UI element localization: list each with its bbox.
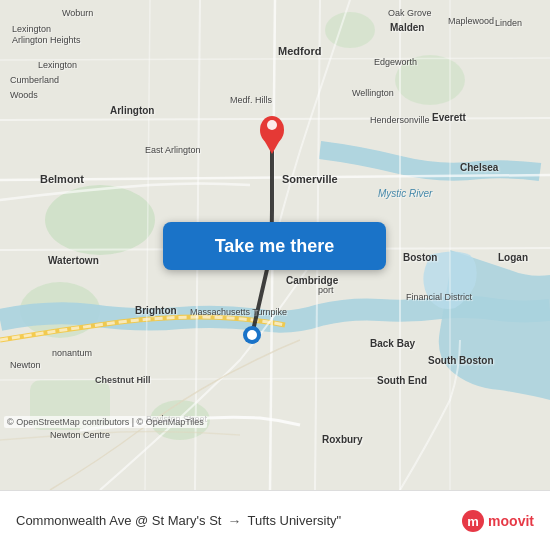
svg-point-5 bbox=[395, 55, 465, 105]
moovit-logo: m moovit bbox=[462, 510, 534, 532]
route-row: Commonwealth Ave @ St Mary's St → Tufts … bbox=[16, 513, 454, 529]
bottom-bar: Commonwealth Ave @ St Mary's St → Tufts … bbox=[0, 490, 550, 550]
svg-point-22 bbox=[247, 330, 257, 340]
map-attribution: © OpenStreetMap contributors | © OpenMap… bbox=[4, 416, 207, 428]
route-arrow: → bbox=[227, 513, 241, 529]
route-info: Commonwealth Ave @ St Mary's St → Tufts … bbox=[16, 513, 454, 529]
moovit-text: moovit bbox=[488, 513, 534, 529]
svg-point-6 bbox=[325, 12, 375, 48]
map-container: Medford Malden Oak Grove Maplewood Linde… bbox=[0, 0, 550, 490]
svg-text:m: m bbox=[467, 514, 479, 529]
route-from: Commonwealth Ave @ St Mary's St bbox=[16, 513, 221, 528]
take-me-there-button[interactable]: Take me there bbox=[163, 222, 386, 270]
svg-point-19 bbox=[267, 120, 277, 130]
route-to: Tufts University" bbox=[247, 513, 341, 528]
svg-point-1 bbox=[45, 185, 155, 255]
moovit-icon: m bbox=[462, 510, 484, 532]
